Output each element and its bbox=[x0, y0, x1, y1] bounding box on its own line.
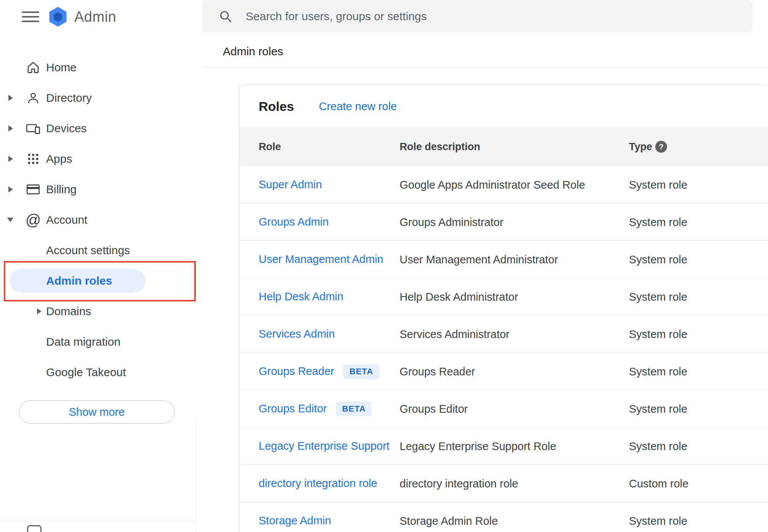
sidebar-item-label: Devices bbox=[46, 122, 87, 135]
header-divider bbox=[202, 67, 768, 67]
sidebar-item-google-takeout[interactable]: Google Takeout bbox=[0, 357, 196, 388]
sidebar-item-label: Apps bbox=[46, 152, 72, 165]
table-row: Super Admin Google Apps Administrator Se… bbox=[239, 166, 768, 204]
role-type: System role bbox=[629, 440, 687, 452]
role-type: System role bbox=[629, 402, 687, 415]
role-link[interactable]: Services Admin bbox=[259, 328, 335, 340]
sidebar-nav: Home Directory Devices Apps bbox=[0, 52, 196, 388]
role-link[interactable]: directory integration role bbox=[259, 477, 377, 490]
search-input[interactable] bbox=[246, 10, 752, 23]
sidebar-item-label: Directory bbox=[46, 91, 92, 104]
sidebar-item-label: Billing bbox=[46, 183, 77, 196]
chevron-right-icon bbox=[8, 125, 13, 131]
role-description: Services Administrator bbox=[400, 328, 510, 340]
role-description: Help Desk Administrator bbox=[400, 290, 518, 303]
roles-card: Roles Create new role Role Role descript… bbox=[239, 85, 768, 532]
menu-bar bbox=[22, 11, 39, 13]
create-new-role-link[interactable]: Create new role bbox=[319, 100, 397, 112]
app-logo[interactable]: Admin bbox=[48, 6, 116, 27]
card-title: Roles bbox=[259, 99, 294, 114]
table-row: Legacy Enterprise Support Legacy Enterpr… bbox=[239, 428, 768, 465]
role-description: Groups Reader bbox=[400, 365, 475, 378]
role-link[interactable]: User Management Admin bbox=[259, 253, 383, 266]
beta-badge: BETA bbox=[343, 364, 379, 379]
sidebar-item-billing[interactable]: Billing bbox=[0, 174, 196, 205]
role-description: Google Apps Administrator Seed Role bbox=[400, 178, 585, 191]
chevron-right-icon bbox=[8, 186, 13, 192]
table-row: Help Desk Admin Help Desk Administrator … bbox=[239, 278, 768, 316]
role-link[interactable]: Super Admin bbox=[259, 178, 322, 191]
admin-logo-icon bbox=[48, 6, 67, 27]
sidebar-item-label: Domains bbox=[46, 305, 91, 318]
column-header-role: Role bbox=[259, 141, 281, 153]
account-at-icon: @ bbox=[24, 211, 42, 229]
table-row: Groups Admin Groups Administrator System… bbox=[239, 204, 768, 241]
menu-bar bbox=[22, 16, 39, 18]
sidebar-item-apps[interactable]: Apps bbox=[0, 144, 196, 174]
sidebar-item-label: Home bbox=[46, 61, 77, 74]
menu-bar bbox=[22, 21, 39, 22]
sidebar-item-label: Account bbox=[46, 213, 87, 226]
product-name: Admin bbox=[74, 9, 116, 25]
sidebar-item-domains[interactable]: Domains bbox=[0, 296, 196, 327]
beta-badge: BETA bbox=[336, 402, 372, 416]
sidebar-item-devices[interactable]: Devices bbox=[0, 113, 196, 144]
role-description: Storage Admin Role bbox=[400, 514, 498, 527]
role-link[interactable]: Groups Admin bbox=[259, 216, 329, 228]
column-header-type: Type bbox=[629, 141, 652, 153]
role-link[interactable]: Groups Reader bbox=[259, 365, 334, 378]
table-header-row: Role Role description Type ? bbox=[239, 127, 768, 166]
sidebar-item-directory[interactable]: Directory bbox=[0, 83, 196, 113]
role-link[interactable]: Storage Admin bbox=[259, 514, 331, 527]
help-icon[interactable]: ? bbox=[655, 141, 667, 153]
sidebar-item-account-settings[interactable]: Account settings bbox=[0, 235, 196, 266]
chevron-right-icon bbox=[8, 156, 13, 162]
role-type: System role bbox=[629, 253, 687, 266]
sidebar-bottom-divider bbox=[0, 521, 196, 521]
role-type: System role bbox=[629, 514, 687, 527]
sidebar-item-account[interactable]: @ Account bbox=[0, 205, 196, 235]
table-row: Groups Reader BETA Groups Reader System … bbox=[239, 353, 768, 390]
directory-icon bbox=[24, 89, 42, 107]
role-type: System role bbox=[629, 216, 687, 228]
table-row: User Management Admin User Management Ad… bbox=[239, 241, 768, 278]
role-description: User Management Administrator bbox=[400, 253, 558, 266]
chevron-right-icon bbox=[8, 95, 13, 101]
search-icon bbox=[218, 9, 233, 24]
role-link[interactable]: Legacy Enterprise Support bbox=[259, 440, 389, 452]
search-bar bbox=[202, 0, 752, 32]
billing-icon bbox=[24, 181, 42, 198]
role-description: Groups Administrator bbox=[400, 216, 503, 228]
role-description: Legacy Enterprise Support Role bbox=[400, 440, 556, 452]
role-link[interactable]: Help Desk Admin bbox=[259, 290, 343, 303]
table-row: Groups Editor BETA Groups Editor System … bbox=[239, 390, 768, 428]
table-row: directory integration role directory int… bbox=[239, 465, 768, 502]
home-icon bbox=[24, 59, 42, 76]
apps-grid-icon bbox=[24, 150, 42, 168]
role-type: System role bbox=[629, 328, 687, 340]
sidebar: Admin Home Directory Devices bbox=[0, 0, 196, 532]
role-link[interactable]: Groups Editor bbox=[259, 402, 327, 415]
role-description: Groups Editor bbox=[400, 402, 468, 415]
menu-icon[interactable] bbox=[22, 8, 39, 25]
sidebar-item-home[interactable]: Home bbox=[0, 52, 196, 83]
sidebar-item-label: Google Takeout bbox=[46, 366, 126, 379]
sidebar-item-data-migration[interactable]: Data migration bbox=[0, 327, 196, 357]
role-type: System role bbox=[629, 178, 687, 191]
app-header: Admin bbox=[0, 0, 196, 34]
sidebar-item-admin-roles[interactable]: Admin roles bbox=[0, 266, 196, 296]
role-type: System role bbox=[629, 365, 687, 378]
column-header-description: Role description bbox=[400, 141, 480, 153]
show-more-button[interactable]: Show more bbox=[19, 400, 175, 424]
table-row: Services Admin Services Administrator Sy… bbox=[239, 316, 768, 353]
role-type: System role bbox=[629, 290, 687, 303]
role-type: Custom role bbox=[629, 477, 688, 490]
role-description: directory integration role bbox=[400, 477, 518, 490]
sidebar-item-label: Admin roles bbox=[46, 274, 112, 287]
devices-icon bbox=[24, 120, 42, 137]
chevron-down-icon bbox=[7, 218, 13, 222]
table-row: Storage Admin Storage Admin Role System … bbox=[239, 502, 768, 532]
partial-bottom-icon[interactable] bbox=[27, 525, 42, 532]
roles-card-header: Roles Create new role bbox=[239, 85, 768, 127]
sidebar-item-label: Data migration bbox=[46, 335, 120, 348]
